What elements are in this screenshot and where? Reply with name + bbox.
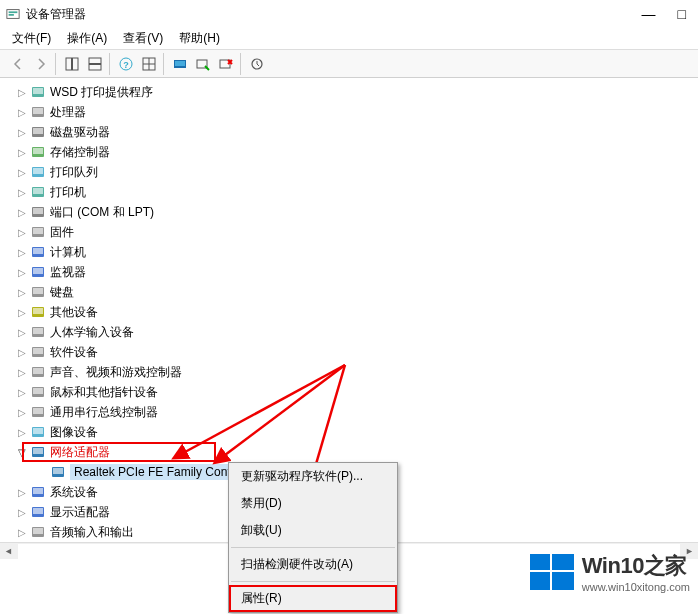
tree-item-label: 打印队列 [50, 164, 98, 181]
expand-icon[interactable]: ▷ [16, 526, 28, 538]
tree-item[interactable]: ▷ WSD 打印提供程序 [2, 82, 696, 102]
expand-icon[interactable]: ▷ [16, 186, 28, 198]
tree-item[interactable]: ▷ 通用串行总线控制器 [2, 402, 696, 422]
svg-rect-68 [530, 572, 550, 590]
expand-icon[interactable]: ▷ [16, 126, 28, 138]
svg-rect-50 [33, 408, 43, 414]
menu-bar: 文件(F) 操作(A) 查看(V) 帮助(H) [0, 28, 698, 50]
nav-back-icon[interactable] [8, 54, 28, 74]
expand-icon[interactable]: ▷ [16, 366, 28, 378]
menu-file[interactable]: 文件(F) [4, 28, 59, 49]
tree-item[interactable]: ▷ 端口 (COM 和 LPT) [2, 202, 696, 222]
tree-item-label: WSD 打印提供程序 [50, 84, 153, 101]
expand-icon[interactable]: ▷ [16, 146, 28, 158]
svg-rect-69 [552, 572, 574, 590]
refresh-icon[interactable] [247, 54, 267, 74]
tree-item-network-adapters[interactable]: ▽ 网络适配器 [2, 442, 696, 462]
device-icon [30, 324, 46, 340]
hw-update-icon[interactable] [170, 54, 190, 74]
expand-icon[interactable]: ▷ [16, 286, 28, 298]
device-icon [30, 524, 46, 538]
tree-item[interactable]: ▷ 计算机 [2, 242, 696, 262]
expand-icon[interactable]: ▷ [16, 426, 28, 438]
tree-item[interactable]: ▷ 声音、视频和游戏控制器 [2, 362, 696, 382]
ctx-update-driver[interactable]: 更新驱动程序软件(P)... [229, 463, 397, 490]
minimize-button[interactable]: — [642, 6, 656, 22]
tree-item[interactable]: ▷ 图像设备 [2, 422, 696, 442]
ctx-scan-hardware[interactable]: 扫描检测硬件改动(A) [229, 551, 397, 578]
expand-icon[interactable]: ▷ [16, 226, 28, 238]
device-icon [30, 484, 46, 500]
svg-rect-20 [33, 108, 43, 114]
svg-rect-62 [33, 528, 43, 534]
expand-icon[interactable]: ▷ [16, 86, 28, 98]
tree-item[interactable]: ▷ 处理器 [2, 102, 696, 122]
svg-rect-13 [175, 61, 185, 66]
expand-icon[interactable]: ▷ [16, 306, 28, 318]
tree-item-label: 固件 [50, 224, 74, 241]
watermark-logo-icon [528, 548, 576, 596]
device-icon [30, 444, 46, 460]
ctx-properties[interactable]: 属性(R) [229, 585, 397, 612]
device-icon [30, 284, 46, 300]
expand-icon[interactable]: ▷ [16, 166, 28, 178]
tree-item[interactable]: ▷ 鼠标和其他指针设备 [2, 382, 696, 402]
svg-rect-42 [33, 328, 43, 334]
tree-item[interactable]: ▷ 软件设备 [2, 342, 696, 362]
expand-icon[interactable]: ▷ [16, 406, 28, 418]
hw-scan-icon[interactable] [193, 54, 213, 74]
title-bar: 设备管理器 — □ [0, 0, 698, 28]
svg-rect-6 [89, 64, 101, 70]
device-icon [30, 184, 46, 200]
view-toggle-icon[interactable] [62, 54, 82, 74]
tree-item[interactable]: ▷ 打印队列 [2, 162, 696, 182]
menu-action[interactable]: 操作(A) [59, 28, 115, 49]
svg-rect-2 [9, 14, 14, 16]
device-icon [30, 104, 46, 120]
expand-icon[interactable]: ▷ [16, 106, 28, 118]
expand-icon[interactable]: ▷ [16, 506, 28, 518]
tree-item[interactable]: ▷ 存储控制器 [2, 142, 696, 162]
svg-text:?: ? [123, 60, 129, 70]
tree-item[interactable]: ▷ 其他设备 [2, 302, 696, 322]
svg-rect-18 [33, 88, 43, 94]
expand-icon[interactable]: ▷ [16, 246, 28, 258]
ctx-uninstall[interactable]: 卸载(U) [229, 517, 397, 544]
tree-item-label: 声音、视频和游戏控制器 [50, 364, 182, 381]
svg-rect-34 [33, 248, 43, 254]
expand-icon[interactable]: ▷ [16, 346, 28, 358]
device-icon [30, 204, 46, 220]
svg-rect-54 [33, 448, 43, 454]
tree-item-label: 通用串行总线控制器 [50, 404, 158, 421]
maximize-button[interactable]: □ [678, 6, 686, 22]
nav-forward-icon[interactable] [31, 54, 51, 74]
grid-icon[interactable] [139, 54, 159, 74]
tree-item[interactable]: ▷ 键盘 [2, 282, 696, 302]
view-split-icon[interactable] [85, 54, 105, 74]
app-icon [6, 7, 20, 21]
toolbar: ? [0, 50, 698, 78]
expand-icon[interactable]: ▷ [16, 266, 28, 278]
tree-item[interactable]: ▷ 人体学输入设备 [2, 322, 696, 342]
watermark: Win10之家 www.win10xitong.com [528, 548, 690, 596]
menu-view[interactable]: 查看(V) [115, 28, 171, 49]
menu-help[interactable]: 帮助(H) [171, 28, 228, 49]
ctx-disable[interactable]: 禁用(D) [229, 490, 397, 517]
scroll-left-icon[interactable]: ◄ [0, 543, 17, 560]
collapse-icon[interactable]: ▽ [16, 446, 28, 458]
expand-icon[interactable]: ▷ [16, 206, 28, 218]
tree-item-label: 端口 (COM 和 LPT) [50, 204, 154, 221]
window-controls: — □ [642, 6, 686, 22]
hw-remove-icon[interactable] [216, 54, 236, 74]
tree-item[interactable]: ▷ 磁盘驱动器 [2, 122, 696, 142]
expand-icon[interactable]: ▷ [16, 326, 28, 338]
expand-icon[interactable]: ▷ [16, 386, 28, 398]
expand-icon[interactable]: ▷ [16, 486, 28, 498]
tree-item[interactable]: ▷ 监视器 [2, 262, 696, 282]
context-menu: 更新驱动程序软件(P)... 禁用(D) 卸载(U) 扫描检测硬件改动(A) 属… [228, 462, 398, 613]
tree-item[interactable]: ▷ 固件 [2, 222, 696, 242]
tree-item[interactable]: ▷ 打印机 [2, 182, 696, 202]
svg-rect-40 [33, 308, 43, 314]
help-icon[interactable]: ? [116, 54, 136, 74]
svg-rect-5 [89, 58, 101, 64]
